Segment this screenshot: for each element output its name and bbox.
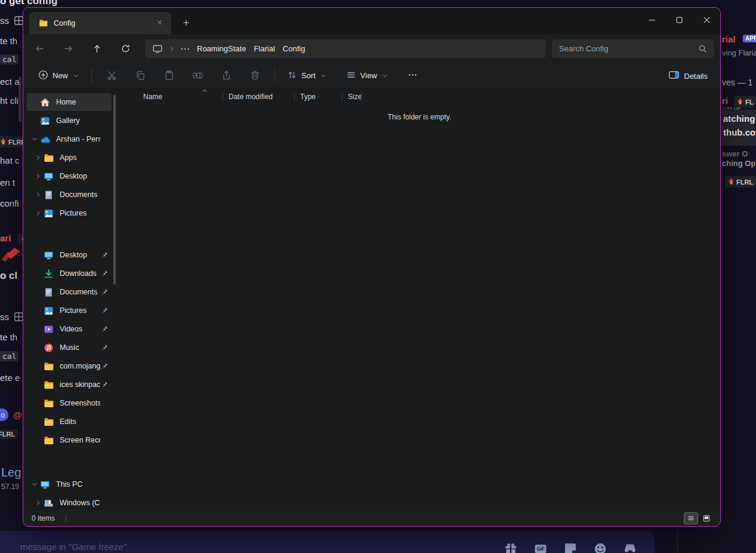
chat-message-fragment: te th bbox=[0, 332, 17, 342]
sidebar-scrollbar[interactable] bbox=[113, 95, 116, 285]
toolbar-copy[interactable] bbox=[127, 66, 153, 86]
window-close[interactable] bbox=[693, 8, 720, 32]
sidebar-item-ices-skinpack[interactable]: ices skinpack bbox=[27, 376, 112, 394]
breadcrumb-label[interactable]: RoamingState bbox=[196, 44, 247, 54]
folder-icon bbox=[43, 361, 54, 372]
breadcrumb-overflow-button[interactable]: ··· bbox=[181, 44, 190, 53]
discord-emoji[interactable] bbox=[594, 542, 607, 553]
sidebar-item-arshan-person[interactable]: Arshan - Person bbox=[27, 130, 112, 148]
desktop-icon bbox=[43, 171, 54, 182]
chevron-right-icon[interactable] bbox=[33, 173, 43, 180]
tab-config[interactable]: Config bbox=[29, 12, 171, 34]
discord-game[interactable] bbox=[624, 542, 637, 553]
role-badge: FLRL bbox=[0, 429, 18, 439]
tab-strip: Config bbox=[23, 8, 720, 34]
chevron-right-icon[interactable] bbox=[33, 191, 43, 198]
view-button[interactable]: View bbox=[341, 66, 394, 86]
breadcrumb-label[interactable]: Config bbox=[282, 44, 307, 54]
column-header-size[interactable]: Size bbox=[342, 89, 362, 105]
new-tab-button[interactable] bbox=[178, 16, 194, 31]
command-toolbar: New Sort View bbox=[23, 63, 720, 89]
see-more-button[interactable] bbox=[402, 66, 423, 86]
sidebar-top-section: Home Gallery bbox=[23, 93, 114, 223]
discord-gift[interactable] bbox=[504, 542, 517, 553]
view-toggle-list-view[interactable] bbox=[684, 512, 698, 524]
toolbar-cut[interactable] bbox=[98, 66, 125, 86]
sidebar-item-desktop[interactable]: Desktop bbox=[27, 246, 112, 264]
nav-up[interactable] bbox=[87, 38, 107, 59]
chat-message-fragment: ss bbox=[0, 16, 9, 26]
chevron-right-icon[interactable] bbox=[33, 210, 43, 217]
pin-icon bbox=[100, 288, 109, 296]
inline-code-fragment: cal bbox=[0, 54, 18, 64]
monitor-icon[interactable] bbox=[152, 44, 163, 54]
details-pane-button[interactable]: Details bbox=[663, 66, 713, 86]
embed-title-fragment[interactable]: Leg bbox=[1, 466, 21, 480]
sidebar-item-screen-recordin[interactable]: Screen Recordin bbox=[27, 431, 112, 449]
view-icon bbox=[346, 70, 356, 82]
app-badge: APP bbox=[743, 35, 756, 42]
new-plus-icon bbox=[38, 70, 48, 82]
sidebar-item-com-mojang[interactable]: com.mojang bbox=[27, 357, 112, 375]
window-minimize[interactable] bbox=[638, 8, 665, 32]
pin-icon bbox=[100, 380, 109, 389]
chevron-right-icon[interactable] bbox=[33, 154, 43, 161]
nav-back[interactable] bbox=[29, 38, 50, 59]
address-bar[interactable]: ··· RoamingState Flarial bbox=[145, 39, 546, 58]
folder-icon bbox=[43, 398, 54, 409]
sidebar-item-edits[interactable]: Edits bbox=[27, 413, 112, 431]
discord-sticker[interactable] bbox=[564, 542, 577, 553]
screen: o get config ss te th cal ect a ht cli F… bbox=[0, 0, 756, 553]
chat-message-fragment: atching bbox=[723, 113, 755, 124]
window-maximize[interactable] bbox=[665, 8, 693, 32]
pictures-icon bbox=[43, 305, 54, 317]
message-input-actions: GIF bbox=[504, 542, 637, 553]
nav-forward[interactable] bbox=[58, 38, 78, 59]
sidebar-item-pictures[interactable]: Pictures bbox=[27, 302, 112, 319]
search-icon[interactable] bbox=[698, 44, 707, 53]
sidebar-item-desktop[interactable]: Desktop bbox=[27, 167, 112, 185]
breadcrumb-label[interactable]: Flarial bbox=[252, 44, 276, 54]
view-toggle-thumb-view[interactable] bbox=[699, 512, 714, 524]
sidebar-item-apps[interactable]: Apps bbox=[27, 149, 112, 167]
sidebar-item-screenshots[interactable]: Screenshots bbox=[27, 394, 112, 412]
username-fragment: ri bbox=[722, 96, 728, 106]
toolbar-rename[interactable] bbox=[184, 66, 211, 86]
flame-icon bbox=[737, 97, 743, 106]
sidebar-item-videos[interactable]: Videos bbox=[27, 320, 112, 338]
pc-icon bbox=[39, 479, 51, 490]
tab-close-button[interactable] bbox=[152, 16, 166, 30]
sidebar-item-music[interactable]: Music bbox=[27, 339, 112, 357]
toolbar-delete[interactable] bbox=[242, 66, 268, 86]
new-button[interactable]: New bbox=[33, 66, 85, 86]
sidebar-item-this-pc[interactable]: This PC bbox=[27, 475, 112, 493]
column-header-type[interactable]: Type bbox=[295, 89, 342, 105]
downloads-icon bbox=[43, 268, 54, 279]
discord-gif[interactable]: GIF bbox=[534, 542, 547, 553]
toolbar-paste[interactable] bbox=[156, 66, 182, 86]
chevron-down-icon[interactable] bbox=[29, 481, 39, 488]
sidebar-item-downloads[interactable]: Downloads bbox=[27, 265, 112, 282]
search-placeholder: Search Config bbox=[559, 44, 608, 53]
chevron-down-icon[interactable] bbox=[29, 136, 39, 143]
sidebar-item-gallery[interactable]: Gallery bbox=[27, 112, 112, 130]
sort-button[interactable]: Sort bbox=[282, 66, 332, 86]
search-input[interactable]: Search Config bbox=[552, 39, 714, 58]
window-body: Home Gallery bbox=[23, 89, 720, 511]
nav-refresh[interactable] bbox=[115, 38, 135, 59]
mention-pill[interactable]: o bbox=[0, 408, 8, 421]
link-fragment[interactable]: thub.co bbox=[723, 127, 755, 137]
toolbar-share[interactable] bbox=[213, 66, 239, 86]
sidebar-item-documents[interactable]: Documents bbox=[27, 283, 112, 301]
column-header-date-modified[interactable]: Date modified bbox=[223, 89, 295, 105]
svg-text:GIF: GIF bbox=[536, 546, 545, 552]
chevron-right-icon[interactable] bbox=[33, 499, 43, 506]
sidebar-item-home[interactable]: Home bbox=[27, 93, 112, 111]
sidebar-item-documents[interactable]: Documents bbox=[27, 186, 112, 204]
sidebar-item-windows-(c:)[interactable]: Windows (C:) bbox=[27, 494, 112, 511]
chat-message-fragment: ching Op bbox=[722, 159, 755, 168]
column-header-name[interactable]: Name bbox=[138, 89, 223, 105]
sidebar-item-pictures[interactable]: Pictures bbox=[27, 204, 112, 222]
navigation-bar: ··· RoamingState Flarial bbox=[23, 34, 720, 63]
folder-icon bbox=[43, 435, 54, 446]
